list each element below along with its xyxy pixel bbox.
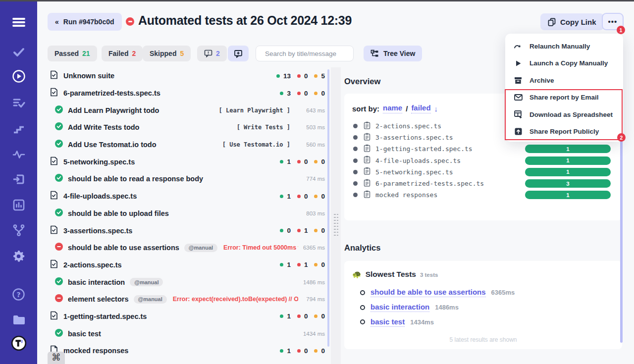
suite-row[interactable]: 1-getting-started.spec.ts100 — [48, 308, 325, 325]
suite-row[interactable]: mocked responses100 — [48, 342, 325, 360]
slowest-test-link[interactable]: should be able to use assertions — [370, 288, 486, 297]
manual-tag-badge: @manual — [134, 295, 167, 304]
status-passed-icon — [55, 105, 63, 115]
failed-count: 1 — [304, 261, 308, 268]
sort-by-name-link[interactable]: name — [383, 104, 402, 113]
spec-file-icon — [50, 225, 58, 236]
suite-counts: 100 — [280, 158, 325, 165]
slowest-test-duration: 6365ms — [491, 289, 515, 296]
failed-dot-icon — [297, 160, 301, 163]
right-panel-scrollbar[interactable] — [620, 130, 623, 343]
test-list-scrollbar[interactable] — [327, 69, 329, 347]
overview-suite-name: 4-file-uploads.spec.ts — [375, 157, 461, 164]
skipped-dot-icon — [314, 349, 317, 353]
menu-item-launch-a-copy-manually[interactable]: Launch a Copy Manually — [505, 55, 623, 72]
comments-filter-button[interactable]: 2 — [197, 46, 227, 61]
filter-passed-button[interactable]: Passed 21 — [48, 46, 97, 61]
sort-separator: / — [406, 104, 408, 113]
clipboard-icon — [358, 156, 370, 165]
overview-suite-row[interactable]: 1-getting-started.spec.ts1 — [344, 143, 622, 155]
overview-suite-row[interactable]: 4-file-uploads.spec.ts1 — [344, 155, 622, 166]
test-row[interactable]: should be able to upload files803 ms — [48, 205, 325, 222]
suite-title: 4-file-uploads.spec.ts — [63, 192, 137, 200]
status-failed-icon — [55, 243, 63, 253]
menu-item-relaunch-manually[interactable]: Relaunch Manually — [505, 38, 623, 55]
suite-row[interactable]: Unknown suite1305 — [48, 67, 325, 85]
menu-item-download-as-spreadsheet[interactable]: Download as Spreadsheet — [505, 106, 623, 123]
add-comment-button[interactable] — [228, 46, 249, 61]
sidebar-item-help-icon[interactable]: ? — [11, 286, 27, 302]
bullet-icon — [353, 170, 358, 174]
test-row[interactable]: basic test1434 ms — [48, 325, 325, 342]
sidebar-item-settings-gear-icon[interactable] — [11, 248, 27, 264]
copy-link-button[interactable]: Copy Link — [540, 13, 604, 30]
test-row[interactable]: element selectors@manualError: expect(re… — [48, 291, 325, 308]
test-title: should be able to upload files — [68, 209, 169, 217]
suite-row[interactable]: 3-assertions.spec.ts010 — [48, 222, 325, 239]
suite-row[interactable]: 2-actions.spec.ts110 — [48, 257, 325, 274]
slowest-test-row: basic test1434ms — [360, 315, 515, 330]
test-row[interactable]: should be able to read a response body77… — [48, 170, 325, 188]
skipped-dot-icon — [314, 263, 317, 266]
status-passed-icon — [55, 329, 63, 339]
suite-counts: 100 — [280, 193, 325, 200]
passed-count-pill: 3 — [525, 179, 611, 188]
slowest-test-link[interactable]: basic interaction — [370, 303, 429, 312]
slowest-test-link[interactable]: basic test — [370, 317, 405, 327]
skipped-count: 0 — [321, 312, 325, 320]
panel-resize-handle[interactable] — [334, 214, 338, 238]
sidebar-item-testomat-logo[interactable] — [11, 335, 27, 351]
suite-row[interactable]: 4-file-uploads.spec.ts100 — [48, 188, 325, 205]
slowest-test-duration: 1486ms — [435, 304, 459, 311]
menu-item-share-report-by-email[interactable]: Share report by Email — [505, 89, 623, 106]
sidebar-item-branch-icon[interactable] — [11, 222, 27, 238]
slowest-tests-footer: 5 latest results are shown — [344, 336, 622, 343]
bullet-icon — [353, 135, 358, 140]
suite-counts: 1305 — [276, 72, 325, 80]
passed-count: 0 — [287, 227, 291, 234]
test-row[interactable]: should be able to use assertions@manualE… — [48, 239, 325, 257]
sidebar-item-tasks-check-icon[interactable] — [11, 44, 27, 60]
slowest-tests-header: 🐢 Slowest Tests 3 tests — [352, 270, 438, 279]
suite-row[interactable]: 6-parametrized-tests.spec.ts300 — [48, 85, 325, 102]
suite-row[interactable]: 5-networking.spec.ts100 — [48, 153, 325, 170]
test-title: element selectors — [68, 295, 129, 303]
filter-skipped-button[interactable]: Skipped 5 — [143, 46, 191, 61]
sidebar-item-pulse-icon[interactable] — [11, 146, 27, 162]
overview-suite-row[interactable]: 5-networking.spec.ts1 — [344, 166, 622, 178]
tree-view-button[interactable]: Tree View — [364, 46, 422, 61]
email-icon — [514, 94, 523, 101]
sidebar-item-import-icon[interactable] — [11, 171, 27, 187]
suite-title: 2-actions.spec.ts — [63, 261, 122, 269]
sort-by-failed-link[interactable]: failed — [411, 104, 430, 113]
status-passed-icon — [55, 122, 63, 132]
passed-count: 1 — [287, 158, 291, 165]
sidebar-item-docs-folder-icon[interactable] — [11, 312, 27, 327]
passed-count: 1 — [287, 347, 291, 355]
menu-item-archive[interactable]: Archive — [505, 72, 623, 89]
status-failed-icon — [55, 294, 63, 304]
skipped-count: 5 — [321, 72, 325, 80]
failed-dot-icon — [297, 92, 301, 95]
test-row[interactable]: Add Use Testomat.io todo[ Use Testomat.i… — [48, 136, 325, 154]
circle-bullet-icon — [360, 305, 365, 310]
overview-suite-row[interactable]: 6-parametrized-tests.spec.ts3 — [344, 178, 622, 189]
clipboard-icon — [358, 144, 370, 154]
sidebar-item-run-play-icon[interactable] — [11, 68, 27, 84]
sidebar-item-menu-icon[interactable] — [11, 14, 27, 30]
passed-count: 1 — [287, 312, 291, 320]
menu-item-share-report-publicly[interactable]: Share Report Publicly — [505, 123, 623, 141]
sidebar-item-analytics-chart-icon[interactable] — [11, 197, 27, 213]
suite-title: 6-parametrized-tests.spec.ts — [63, 89, 160, 97]
analytics-card: 🐢 Slowest Tests 3 tests should be able t… — [344, 261, 622, 349]
sidebar-item-test-list-icon[interactable] — [11, 95, 27, 110]
run-back-button[interactable]: « Run #947b0c0d — [48, 13, 122, 31]
search-input[interactable] — [265, 50, 353, 57]
test-row[interactable]: Add Write Tests todo[ Write Tests ]503 m… — [48, 119, 325, 136]
test-row[interactable]: Add Learn Playwright todo[ Learn Playwri… — [48, 102, 325, 119]
overview-suite-row[interactable]: mocked responses1 — [344, 189, 622, 201]
sidebar-item-steps-icon[interactable] — [11, 120, 27, 136]
skipped-count: 5 — [180, 50, 184, 57]
filter-failed-button[interactable]: Failed 2 — [102, 46, 143, 61]
test-row[interactable]: basic interaction@manual1486 ms — [48, 273, 325, 291]
